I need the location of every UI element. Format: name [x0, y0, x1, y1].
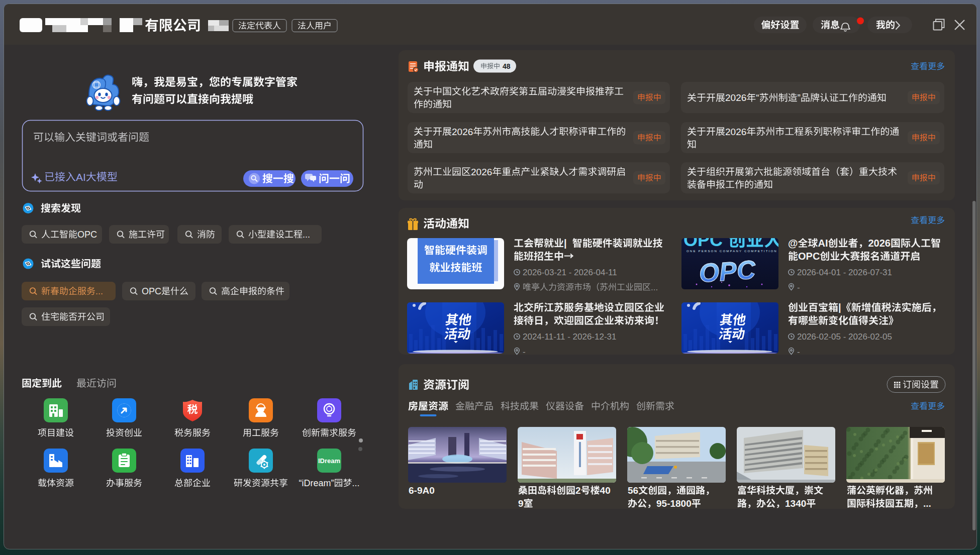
svg-text:OPC: OPC [798, 251, 820, 262]
svg-text:...: ... [651, 283, 658, 292]
svg-text:95-1800: 95-1800 [656, 498, 692, 509]
svg-text:2: 2 [575, 485, 581, 496]
svg-text:-: - [797, 347, 800, 357]
svg-text:“: “ [756, 92, 759, 103]
svg-text:OPC: OPC [77, 230, 97, 240]
svg-text:...: ... [95, 286, 103, 296]
svg-text:2026: 2026 [725, 92, 746, 103]
svg-text:6-9A0: 6-9A0 [409, 485, 435, 496]
svg-text:2026-02-05 - 2026-02-05: 2026-02-05 - 2026-02-05 [797, 332, 892, 342]
svg-text:OPC: OPC [142, 286, 161, 296]
svg-text:“iDream”: “iDream” [299, 478, 334, 488]
svg-text:|: | [838, 302, 841, 313]
svg-text:AI: AI [76, 171, 86, 183]
svg-text:...: ... [352, 478, 360, 488]
svg-text:...: ... [303, 230, 310, 240]
svg-text:2026-03-21 - 2026-04-11: 2026-03-21 - 2026-04-11 [523, 268, 617, 277]
svg-text:-: - [523, 347, 526, 357]
svg-text:2026-04-01 - 2026-07-31: 2026-04-01 - 2026-07-31 [797, 268, 892, 277]
svg-text:40: 40 [600, 485, 611, 496]
svg-text:2026: 2026 [471, 167, 492, 177]
svg-text:2026: 2026 [725, 127, 746, 137]
svg-text:-: - [797, 283, 800, 292]
svg-text:2024-11-11 - 2026-12-31: 2024-11-11 - 2026-12-31 [523, 332, 617, 342]
svg-text:OPC: OPC [698, 255, 757, 288]
svg-text:1340: 1340 [785, 498, 806, 509]
svg-text:48: 48 [503, 62, 511, 70]
svg-text:9: 9 [518, 498, 524, 509]
svg-text:2026: 2026 [868, 238, 891, 249]
svg-text:...: ... [923, 498, 931, 509]
svg-text:2026: 2026 [452, 127, 473, 137]
svg-text:ONE PERSON COMPANY COMPETITION: ONE PERSON COMPANY COMPETITION [687, 250, 777, 253]
svg-text:IDream: IDream [318, 457, 340, 465]
svg-text:”: ” [798, 92, 801, 103]
svg-text:56: 56 [628, 485, 638, 496]
svg-text:|: | [564, 238, 567, 249]
svg-text:AI: AI [818, 238, 828, 249]
svg-text:@: @ [788, 238, 798, 249]
